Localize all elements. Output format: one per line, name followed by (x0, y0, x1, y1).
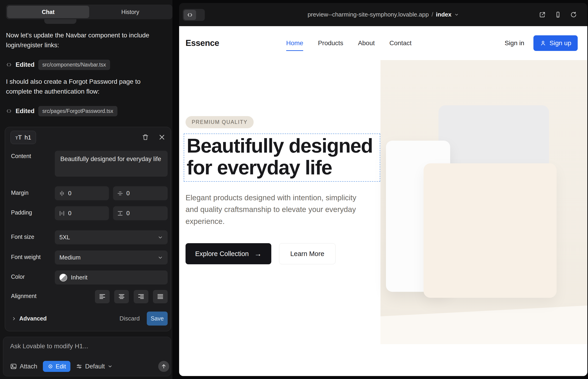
preview-browser-window: preview--charming-site-symphony.lovable.… (179, 3, 587, 376)
prompt-input[interactable] (10, 343, 161, 350)
tab-chat[interactable]: Chat (7, 6, 89, 18)
chevron-down-icon (454, 12, 459, 17)
close-editor-button[interactable] (157, 133, 167, 142)
sign-up-label: Sign up (549, 39, 571, 47)
refresh-button[interactable] (569, 10, 578, 19)
send-button[interactable] (158, 361, 169, 372)
padding-horizontal-field[interactable] (55, 206, 109, 220)
align-justify-icon (157, 293, 164, 300)
discard-button[interactable]: Discard (117, 312, 142, 326)
tab-history[interactable]: History (89, 6, 171, 18)
explore-collection-label: Explore Collection (195, 250, 249, 258)
margin-horizontal-icon (59, 190, 65, 196)
padding-vertical-input[interactable] (126, 210, 154, 217)
edit-mode-icon (47, 363, 53, 369)
explore-collection-button[interactable]: Explore Collection → (186, 243, 271, 264)
padding-vertical-field[interactable] (113, 206, 168, 220)
url-separator: / (432, 11, 433, 18)
nav-link-products[interactable]: Products (318, 39, 343, 47)
editor-footer: Advanced Discard Save (5, 312, 171, 326)
nav-link-home[interactable]: Home (286, 39, 303, 47)
color-label: Color (11, 273, 25, 280)
hero-heading: Beautifully designed for everyday life (187, 135, 380, 178)
hero-badge: PREMIUM QUALITY (186, 116, 254, 128)
content-input[interactable]: Beautifully designed for everyday life (55, 151, 168, 177)
open-external-button[interactable] (538, 10, 547, 19)
align-right-icon (138, 293, 144, 300)
margin-horizontal-input[interactable] (68, 190, 96, 197)
element-tag-pill[interactable]: TT h1 (11, 131, 36, 144)
color-swatch (59, 274, 67, 282)
browser-actions (538, 3, 578, 26)
edit-mode-label: Edit (56, 363, 66, 370)
margin-label: Margin (11, 190, 29, 196)
assistant-message: I should also create a Forgot Password p… (6, 77, 157, 96)
save-button[interactable]: Save (147, 312, 168, 326)
sign-up-button[interactable]: Sign up (533, 35, 578, 51)
sliders-icon (76, 363, 82, 370)
code-icon (6, 108, 12, 114)
person-icon (540, 40, 546, 46)
alignment-label: Alignment (11, 293, 36, 300)
sign-in-link[interactable]: Sign in (505, 39, 524, 47)
text-type-icon: TT (15, 134, 22, 141)
element-tag-label: h1 (25, 134, 31, 141)
learn-more-button[interactable]: Learn More (279, 243, 336, 264)
site-logo: Essence (186, 38, 219, 48)
site-navbar: Essence Home Products About Contact Sign… (179, 26, 587, 60)
decor-card-beige (424, 163, 557, 298)
prompt-composer: Attach Edit Default (3, 337, 171, 376)
file-path-chip[interactable]: src/pages/ForgotPassword.tsx (38, 106, 117, 116)
padding-horizontal-icon (59, 210, 65, 216)
align-center-button[interactable] (114, 290, 129, 303)
content-label: Content (11, 153, 31, 159)
arrow-up-icon (161, 363, 167, 369)
browser-chrome: preview--charming-site-symphony.lovable.… (179, 3, 587, 26)
close-icon (158, 134, 165, 141)
nav-link-about[interactable]: About (358, 39, 375, 47)
chevron-right-icon (12, 316, 16, 321)
margin-vertical-input[interactable] (126, 190, 154, 197)
external-link-icon (539, 11, 546, 18)
site-preview: Essence Home Products About Contact Sign… (179, 26, 587, 376)
advanced-toggle[interactable]: Advanced (12, 312, 46, 326)
selected-element-outline[interactable]: Beautifully designed for everyday life (184, 134, 380, 182)
color-select[interactable]: Inherit (55, 270, 168, 284)
edited-label: Edited (15, 108, 35, 115)
edited-label: Edited (15, 61, 35, 68)
model-default-button[interactable]: Default (76, 363, 113, 370)
align-center-icon (118, 293, 125, 300)
mobile-view-button[interactable] (553, 10, 563, 19)
nav-right: Sign in Sign up (505, 35, 578, 51)
font-size-label: Font size (11, 234, 34, 240)
edit-mode-button[interactable]: Edit (43, 361, 71, 372)
edited-file-row: Edited src/components/Navbar.tsx (6, 59, 110, 70)
font-size-value: 5XL (59, 234, 70, 241)
url-bar[interactable]: preview--charming-site-symphony.lovable.… (179, 3, 587, 26)
hero-ctas: Explore Collection → Learn More (186, 243, 401, 264)
chat-panel: Chat History Now let's update the Navbar… (0, 0, 172, 379)
mobile-icon (555, 11, 561, 18)
margin-horizontal-field[interactable] (55, 186, 109, 200)
chevron-down-icon (157, 235, 163, 240)
margin-vertical-field[interactable] (113, 186, 168, 200)
style-editor-panel: TT h1 Content Beautifully designed for e… (5, 127, 171, 331)
align-right-button[interactable] (134, 290, 148, 303)
advanced-label: Advanced (19, 315, 46, 322)
edited-file-row: Edited src/pages/ForgotPassword.tsx (6, 106, 117, 117)
file-path-chip[interactable]: src/components/Navbar.tsx (38, 60, 110, 70)
color-value: Inherit (71, 274, 87, 281)
attach-button[interactable]: Attach (10, 363, 37, 370)
nav-link-contact[interactable]: Contact (389, 39, 412, 47)
padding-horizontal-input[interactable] (68, 210, 96, 217)
align-left-button[interactable] (95, 290, 110, 303)
font-weight-label: Font weight (11, 254, 41, 260)
font-size-select[interactable]: 5XL (55, 230, 168, 244)
trash-icon (142, 134, 149, 141)
hero-content: PREMIUM QUALITY Beautifully designed for… (186, 116, 401, 264)
composer-toolbar: Attach Edit Default (10, 361, 113, 372)
delete-element-button[interactable] (141, 133, 150, 142)
align-justify-button[interactable] (153, 290, 168, 303)
attach-label: Attach (20, 363, 37, 370)
font-weight-select[interactable]: Medium (55, 251, 168, 265)
